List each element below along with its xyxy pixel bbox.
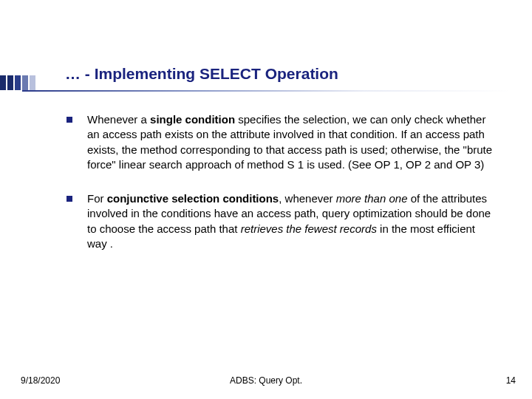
text-span: Whenever a [87,113,150,126]
text-italic: more than one [336,192,408,205]
list-item: For conjunctive selection conditions, wh… [66,191,495,251]
bullet-icon [66,196,72,202]
list-item: Whenever a single condition specifies th… [66,112,495,172]
title-underline [22,90,510,92]
text-italic: retrieves the fewest records [241,222,377,235]
slide: … - Implementing SELECT Operation Whenev… [0,0,532,399]
content-area: Whenever a single condition specifies th… [66,112,495,270]
footer-center: ADBS: Query Opt. [0,375,532,386]
slide-title: … - Implementing SELECT Operation [65,65,338,83]
text-bold: single condition [150,113,235,126]
text-span: , whenever [279,192,336,205]
bullet-text: Whenever a single condition specifies th… [87,112,495,172]
text-span: For [87,192,107,205]
title-accent-bars [0,75,38,90]
footer-page-number: 14 [506,375,516,386]
text-bold: conjunctive selection conditions [107,192,279,205]
bullet-text: For conjunctive selection conditions, wh… [87,191,495,251]
bullet-icon [66,117,72,123]
